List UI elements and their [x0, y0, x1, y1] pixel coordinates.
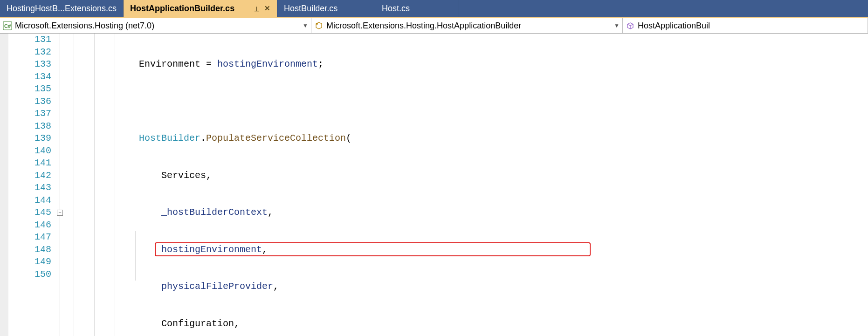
nav-member-dropdown[interactable]: HostApplicationBuil — [623, 18, 868, 33]
tab-label: HostBuilder.cs — [284, 4, 338, 14]
line-number: 136 — [8, 96, 55, 108]
tab-file-2[interactable]: HostBuilder.cs — [277, 0, 375, 17]
code-line: Services, — [139, 170, 868, 182]
tab-label: Host.cs — [382, 4, 410, 14]
code-line: HostBuilder.PopulateServiceCollection( — [139, 132, 868, 145]
code-line: _hostBuilderContext, — [139, 206, 868, 219]
line-number: 133 — [8, 58, 55, 71]
tab-file-1[interactable]: HostApplicationBuilder.cs ⟂ ✕ — [124, 0, 277, 17]
chevron-down-icon: ▼ — [303, 22, 308, 29]
tab-file-3[interactable]: Host.cs — [375, 0, 459, 17]
pin-icon[interactable]: ⟂ — [255, 5, 259, 13]
tab-label: HostingHostB...Extensions.cs — [7, 4, 117, 14]
line-number-gutter: 131 132 133 134 135 136 137 138 139 140 … — [8, 34, 55, 336]
tab-label: HostApplicationBuilder.cs — [130, 4, 249, 14]
line-number: 147 — [8, 231, 55, 244]
code-line: Environment = hostingEnvironment; — [139, 58, 868, 71]
code-line: physicalFileProvider, — [139, 281, 868, 293]
line-number: 146 — [8, 219, 55, 232]
tab-file-0[interactable]: HostingHostB...Extensions.cs — [0, 0, 124, 17]
line-number: 142 — [8, 170, 55, 182]
line-number: 139 — [8, 132, 55, 145]
line-number: 135 — [8, 83, 55, 96]
class-icon — [314, 21, 324, 30]
svg-text:C#: C# — [4, 23, 11, 29]
code-area[interactable]: Environment = hostingEnvironment; HostBu… — [139, 34, 868, 336]
close-icon[interactable]: ✕ — [264, 4, 270, 13]
line-number: 137 — [8, 108, 55, 120]
nav-project-label: Microsoft.Extensions.Hosting (net7.0) — [15, 21, 299, 31]
line-number: 141 — [8, 157, 55, 170]
line-number: 131 — [8, 34, 55, 46]
line-number: 144 — [8, 194, 55, 207]
indent-guides — [74, 34, 139, 336]
code-line: hostingEnvironment, — [139, 244, 868, 256]
code-line: Configuration, — [139, 318, 868, 330]
line-number: 140 — [8, 145, 55, 158]
svg-point-2 — [316, 23, 318, 25]
line-number: 143 — [8, 182, 55, 194]
tab-bar: HostingHostB...Extensions.cs HostApplica… — [0, 0, 868, 17]
line-number: 132 — [8, 46, 55, 59]
chevron-down-icon: ▼ — [614, 22, 620, 29]
navigation-bar: C# Microsoft.Extensions.Hosting (net7.0)… — [0, 18, 868, 34]
code-editor[interactable]: 131 132 133 134 135 136 137 138 139 140 … — [0, 34, 868, 336]
fold-toggle-icon[interactable]: − — [57, 210, 63, 216]
csharp-icon: C# — [3, 21, 12, 30]
line-number: 149 — [8, 256, 55, 268]
code-line — [139, 96, 868, 108]
line-number: 148 — [8, 244, 55, 256]
nav-class-dropdown[interactable]: Microsoft.Extensions.Hosting.HostApplica… — [311, 18, 623, 33]
fold-column: − — [55, 34, 74, 336]
line-number: 145 — [8, 206, 55, 219]
nav-project-dropdown[interactable]: C# Microsoft.Extensions.Hosting (net7.0)… — [0, 18, 311, 33]
line-number: 134 — [8, 71, 55, 83]
nav-class-label: Microsoft.Extensions.Hosting.HostApplica… — [326, 21, 610, 31]
editor-left-margin — [0, 34, 8, 336]
cube-icon — [626, 21, 635, 30]
line-number: 138 — [8, 120, 55, 133]
nav-member-label: HostApplicationBuil — [638, 21, 865, 31]
line-number: 150 — [8, 268, 55, 281]
